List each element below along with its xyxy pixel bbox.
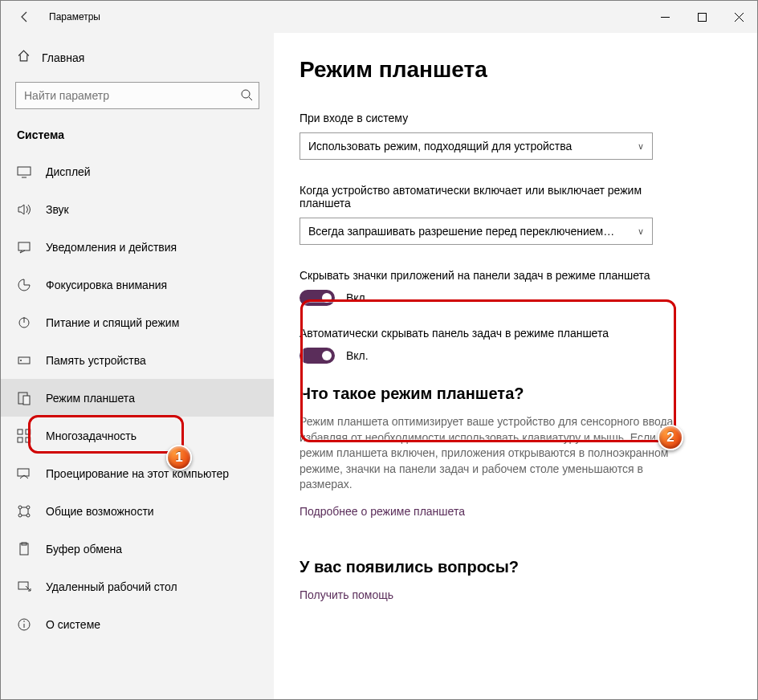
nav-remote[interactable]: Удаленный рабочий стол (1, 568, 274, 605)
nav-storage[interactable]: Память устройства (1, 341, 274, 379)
minimize-button[interactable] (646, 1, 683, 33)
svg-rect-16 (26, 429, 31, 434)
home-label: Главная (42, 51, 84, 64)
dropdown-value: Всегда запрашивать разрешение перед пере… (308, 225, 614, 238)
nav-label: Звук (46, 203, 69, 216)
about-heading: Что такое режим планшета? (300, 385, 725, 403)
toggle-state: Вкл. (346, 291, 369, 304)
toggle-hide-taskbar[interactable] (300, 348, 335, 364)
chevron-down-icon: ∨ (638, 226, 644, 237)
auto-switch-label: Когда устройство автоматически включает … (300, 184, 653, 210)
svg-point-29 (23, 621, 25, 622)
window-title: Параметры (49, 11, 100, 22)
svg-point-4 (242, 90, 250, 98)
focus-icon (17, 278, 31, 292)
nav-label: Память устройства (46, 354, 146, 367)
nav-label: Многозадачность (46, 429, 137, 442)
nav-focus[interactable]: Фокусировка внимания (1, 266, 274, 303)
toggle-hide-icons[interactable] (300, 290, 335, 306)
sound-icon (17, 202, 31, 217)
display-icon (17, 165, 31, 179)
nav-tablet-mode[interactable]: Режим планшета (1, 379, 274, 417)
nav-label: О системе (46, 618, 100, 631)
signin-label: При входе в систему (300, 112, 725, 124)
nav-label: Дисплей (46, 165, 91, 178)
settings-window: Параметры Главная Система (0, 0, 758, 700)
about-icon (17, 617, 31, 632)
sidebar: Главная Система Дисплей Звук Уведомления… (1, 33, 274, 699)
nav-label: Питание и спящий режим (46, 316, 179, 329)
remote-icon (17, 580, 31, 594)
tablet-icon (17, 391, 31, 405)
nav-projecting[interactable]: Проецирование на этот компьютер (1, 454, 274, 492)
content-pane: Режим планшета При входе в систему Испол… (274, 33, 757, 699)
search-icon (240, 88, 253, 104)
about-description: Режим планшета оптимизирует ваше устройс… (300, 414, 693, 493)
clipboard-icon (17, 542, 31, 556)
nav-label: Уведомления и действия (46, 241, 177, 254)
chevron-down-icon: ∨ (638, 141, 644, 152)
back-button[interactable] (9, 1, 41, 33)
toggle-hide-icons-label: Скрывать значки приложений на панели зад… (300, 269, 653, 282)
maximize-button[interactable] (683, 1, 720, 33)
home-link[interactable]: Главная (1, 41, 274, 74)
svg-rect-1 (698, 13, 706, 21)
nav-clipboard[interactable]: Буфер обмена (1, 530, 274, 568)
svg-point-22 (18, 514, 22, 517)
nav-notifications[interactable]: Уведомления и действия (1, 228, 274, 266)
power-icon (17, 315, 31, 330)
nav-label: Фокусировка внимания (46, 279, 167, 291)
svg-rect-6 (18, 167, 31, 175)
page-heading: Режим планшета (300, 57, 725, 83)
search-input[interactable] (15, 82, 259, 109)
nav-label: Удаленный рабочий стол (46, 580, 177, 593)
svg-rect-19 (18, 469, 29, 476)
about-link[interactable]: Подробнее о режиме планшета (300, 505, 465, 518)
storage-icon (17, 353, 31, 368)
svg-rect-14 (23, 396, 30, 405)
svg-rect-15 (18, 429, 22, 434)
nav-label: Буфер обмена (46, 543, 122, 556)
signin-dropdown[interactable]: Использовать режим, подходящий для устро… (300, 132, 653, 160)
svg-rect-26 (18, 582, 28, 589)
project-icon (17, 466, 31, 481)
svg-rect-17 (18, 438, 22, 442)
dropdown-value: Использовать режим, подходящий для устро… (308, 140, 572, 153)
nav-label: Режим планшета (46, 392, 135, 405)
nav-label: Общие возможности (46, 505, 154, 518)
svg-point-12 (20, 360, 22, 361)
nav-display[interactable]: Дисплей (1, 153, 274, 190)
window-controls (646, 1, 757, 33)
svg-point-20 (18, 506, 22, 509)
shared-icon (17, 504, 31, 519)
home-icon (17, 49, 31, 66)
auto-switch-dropdown[interactable]: Всегда запрашивать разрешение перед пере… (300, 218, 653, 245)
toggle-state: Вкл. (346, 349, 369, 362)
sidebar-category: Система (1, 124, 274, 153)
close-button[interactable] (720, 1, 757, 33)
help-heading: У вас появились вопросы? (300, 558, 725, 576)
svg-rect-8 (18, 242, 30, 250)
nav-label: Проецирование на этот компьютер (46, 467, 229, 480)
nav-shared[interactable]: Общие возможности (1, 492, 274, 530)
svg-line-5 (249, 97, 252, 100)
help-link[interactable]: Получить помощь (300, 588, 393, 601)
search-box[interactable] (15, 82, 259, 109)
svg-rect-18 (26, 438, 31, 442)
nav-multitask[interactable]: Многозадачность (1, 417, 274, 454)
svg-point-21 (26, 506, 30, 509)
annotation-badge-1: 1 (166, 445, 192, 470)
toggle-hide-taskbar-label: Автоматически скрывать панель задач в ре… (300, 327, 669, 340)
svg-point-23 (26, 514, 30, 517)
multitask-icon (17, 429, 31, 443)
notification-icon (17, 240, 31, 254)
annotation-badge-2: 2 (658, 425, 683, 450)
titlebar: Параметры (1, 1, 757, 33)
nav-power[interactable]: Питание и спящий режим (1, 303, 274, 341)
nav-about[interactable]: О системе (1, 605, 274, 643)
nav-sound[interactable]: Звук (1, 190, 274, 228)
